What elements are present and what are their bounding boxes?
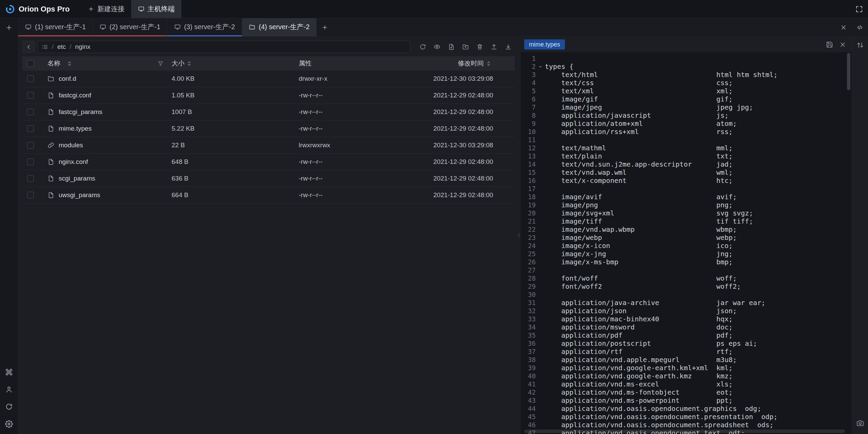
fullscreen-button[interactable] — [855, 5, 863, 13]
breadcrumb-segment-etc[interactable]: etc — [57, 43, 66, 51]
session-tab-3[interactable]: (3) server-生产-2 — [167, 18, 242, 36]
code-editor[interactable]: 12types {3 text/html html htm shtml;4 te… — [521, 52, 852, 434]
session-tab-1[interactable]: (1) server-生产-1 — [18, 18, 93, 36]
file-name[interactable]: modules — [59, 141, 83, 149]
editor-vertical-scrollbar[interactable] — [847, 53, 850, 90]
nav-item-host-terminal[interactable]: 主机终端 — [131, 0, 181, 18]
file-table-header: 名称大小属性修改时间 — [22, 56, 515, 71]
file-name[interactable]: fastcgi.conf — [59, 92, 91, 99]
line-number: 5 — [521, 87, 536, 95]
file-name[interactable]: mime.types — [59, 125, 92, 132]
folder-icon — [249, 24, 255, 30]
right-sidebar-bottom — [856, 419, 864, 429]
row-checkbox[interactable] — [27, 92, 34, 99]
row-checkbox[interactable] — [27, 109, 34, 115]
row-checkbox[interactable] — [27, 142, 34, 149]
session-tab-4[interactable]: (4) server-生产-2 — [242, 18, 317, 36]
fold-chevron-icon[interactable] — [536, 62, 545, 71]
close-editor-button[interactable] — [839, 41, 846, 48]
file-icon — [47, 175, 54, 182]
nav-item-new-connection[interactable]: 新建连接 — [81, 0, 131, 18]
breadcrumb-segment-nginx[interactable]: nginx — [75, 43, 90, 51]
sync-button[interactable] — [5, 403, 13, 411]
session-tab-2[interactable]: (2) server-生产-1 — [93, 18, 167, 36]
file-attr: -rw-r--r-- — [296, 191, 433, 199]
sort-carets-icon[interactable] — [487, 61, 490, 66]
code-line: 31 application/java-archive jar war ear; — [521, 299, 852, 307]
swap-button[interactable] — [856, 41, 864, 49]
close-all-button[interactable] — [835, 18, 852, 36]
monitor-icon — [174, 24, 181, 30]
file-size: 664 B — [169, 191, 296, 199]
code-view-button[interactable] — [852, 18, 868, 36]
path-bar[interactable]: / etc / nginx — [37, 41, 410, 53]
file-row[interactable]: uwsgi_params664 B-rw-r--r--2021-12-29 02… — [22, 187, 515, 204]
fold-gutter — [536, 152, 545, 160]
filter-funnel-icon[interactable] — [158, 61, 163, 67]
sort-carets-icon[interactable] — [188, 61, 191, 66]
delete-button[interactable] — [473, 41, 486, 53]
fold-gutter — [536, 388, 545, 396]
code-text: application/vnd.google-earth.kmz kmz; — [545, 372, 733, 380]
preview-button[interactable] — [431, 41, 443, 53]
close-icon — [840, 24, 847, 31]
create-file-button[interactable] — [445, 41, 458, 53]
file-name[interactable]: scgi_params — [59, 175, 95, 182]
download-button[interactable] — [502, 41, 515, 53]
code-line: 23 image/webp webp; — [521, 233, 852, 242]
editor-horizontal-scrollbar[interactable] — [524, 430, 845, 433]
fold-gutter — [536, 160, 545, 168]
row-checkbox[interactable] — [27, 125, 34, 132]
code-text: application/vnd.google-earth.kml+xml kml… — [545, 364, 733, 372]
file-attr: -rw-r--r-- — [296, 125, 433, 132]
code-line: 32 application/json json; — [521, 307, 852, 315]
user-icon — [5, 385, 13, 393]
camera-button[interactable] — [856, 419, 864, 427]
refresh-button[interactable] — [416, 41, 429, 53]
line-number: 44 — [521, 404, 536, 413]
editor-file-tab[interactable]: mime.types — [524, 39, 565, 50]
row-checkbox[interactable] — [27, 192, 34, 199]
file-row[interactable]: conf.d4.00 KBdrwxr-xr-x2021-12-30 03:29:… — [22, 71, 515, 87]
file-row[interactable]: mime.types5.22 KB-rw-r--r--2021-12-29 02… — [22, 120, 515, 137]
file-table: 名称大小属性修改时间 conf.d4.00 KBdrwxr-xr-x2021-1… — [22, 56, 515, 204]
line-number: 32 — [521, 307, 536, 315]
command-button[interactable] — [5, 368, 13, 376]
settings-button[interactable] — [5, 420, 13, 428]
code-text: font/woff woff; — [545, 274, 737, 282]
new-session-button[interactable] — [5, 24, 13, 32]
file-name[interactable]: nginx.conf — [59, 158, 88, 166]
user-button[interactable] — [5, 385, 13, 393]
code-line: 11 — [521, 136, 852, 144]
row-checkbox[interactable] — [27, 75, 34, 82]
file-row[interactable]: fastcgi.conf1.05 KB-rw-r--r--2021-12-29 … — [22, 87, 515, 104]
file-name[interactable]: fastcgi_params — [59, 108, 102, 116]
fold-gutter — [536, 364, 545, 372]
add-tab-button[interactable] — [317, 18, 333, 36]
panel-splitter[interactable] — [517, 37, 521, 434]
line-number: 7 — [521, 103, 536, 111]
file-row[interactable]: fastcgi_params1007 B-rw-r--r--2021-12-29… — [22, 104, 515, 120]
sort-carets-icon[interactable] — [68, 61, 71, 66]
create-folder-button[interactable] — [459, 41, 472, 53]
fold-gutter — [536, 339, 545, 347]
workspace: (1) server-生产-1(2) server-生产-1(3) server… — [0, 18, 868, 434]
back-button[interactable] — [22, 41, 35, 53]
right-sidebar — [852, 37, 868, 434]
file-attr: lrwxrwxrwx — [296, 141, 433, 149]
row-checkbox[interactable] — [27, 158, 34, 165]
row-checkbox[interactable] — [27, 175, 34, 182]
file-row[interactable]: modules22 Blrwxrwxrwx2021-12-30 03:29:08 — [22, 137, 515, 154]
file-name[interactable]: conf.d — [59, 75, 76, 82]
fold-gutter — [536, 193, 545, 201]
file-row[interactable]: nginx.conf648 B-rw-r--r--2021-12-29 02:4… — [22, 154, 515, 170]
line-number: 14 — [521, 160, 536, 168]
upload-button[interactable] — [488, 41, 500, 53]
camera-icon — [856, 419, 864, 427]
fold-gutter — [536, 168, 545, 176]
code-line: 2types { — [521, 62, 852, 71]
file-name[interactable]: uwsgi_params — [59, 191, 100, 199]
save-button[interactable] — [826, 41, 833, 48]
file-row[interactable]: scgi_params636 B-rw-r--r--2021-12-29 02:… — [22, 170, 515, 187]
select-all-checkbox[interactable] — [27, 60, 34, 67]
